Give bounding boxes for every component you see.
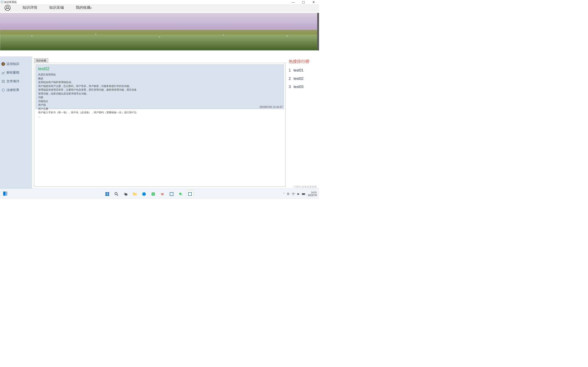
widgets-icon[interactable]	[3, 192, 7, 196]
chevron-down-icon: ▾	[90, 7, 92, 9]
app-blue1-icon[interactable]	[168, 191, 175, 198]
book-icon	[1, 80, 5, 83]
start-icon[interactable]	[104, 191, 111, 198]
favorites-panel: test02 风景区管理系统 概述 该系统由用户端和管理端组成。 用户端提供用户…	[34, 63, 285, 187]
close-button[interactable]: ✕	[311, 1, 316, 4]
explorer-icon[interactable]	[131, 191, 138, 198]
nav-item-label: 我的收藏	[76, 6, 90, 9]
article-card[interactable]: test02 风景区管理系统 概述 该系统由用户端和管理端组成。 用户端提供用户…	[36, 65, 284, 109]
article-body: 风景区管理系统 概述 该系统由用户端和管理端组成。 用户端提供用户注册，忘记密码…	[38, 73, 281, 118]
svg-rect-11	[125, 194, 127, 195]
ime-indicator[interactable]: 英	[287, 192, 289, 196]
window-controls: — ▢ ✕	[291, 1, 318, 4]
content-area: 我的收藏 test02 风景区管理系统 概述 该系统由用户端和管理端组成。 用户…	[32, 56, 287, 189]
wifi-icon[interactable]	[292, 192, 295, 196]
main-area: ⛹ 运动知识 财经要闻 文学海洋 法律世界 我的收藏	[0, 56, 319, 189]
svg-text:W: W	[161, 193, 164, 196]
app-green-icon[interactable]: Q	[150, 191, 157, 198]
article-title: test02	[38, 67, 281, 71]
svg-point-8	[115, 192, 117, 195]
rail-label: test01	[294, 68, 304, 73]
battery-icon[interactable]	[302, 192, 305, 196]
search-icon[interactable]	[113, 191, 120, 198]
app-icon	[1, 1, 3, 3]
hot-search-rail: 热搜排行榜 1 test01 2 test02 3 test03	[287, 56, 318, 189]
wechat-icon[interactable]	[177, 191, 184, 198]
volume-icon[interactable]	[297, 192, 300, 196]
svg-rect-1	[2, 80, 4, 83]
svg-rect-6	[105, 194, 107, 196]
rail-item-1[interactable]: 1 test01	[289, 68, 316, 73]
svg-rect-25	[305, 194, 305, 194]
window-titlebar: 知识库系统 — ▢ ✕	[0, 0, 319, 4]
svg-rect-26	[302, 194, 304, 194]
rail-rank: 2	[289, 77, 291, 81]
minimize-button[interactable]: —	[291, 1, 296, 4]
taskbar-right: ˄ 英 14:31 2023/7/9	[283, 191, 319, 197]
tab-label: 我的收藏	[36, 59, 46, 62]
shield-icon	[1, 88, 5, 92]
svg-rect-13	[133, 193, 135, 193]
nav-item-label: 知识采编	[49, 6, 64, 9]
sidebar-item-sport[interactable]: ⛹ 运动知识	[0, 60, 32, 68]
svg-rect-5	[107, 192, 109, 194]
nav-item-label: 知识详情	[23, 6, 37, 9]
sidebar-item-law[interactable]: 法律世界	[0, 86, 32, 94]
taskbar-center: Q W	[14, 191, 283, 198]
nav-knowledge-edit[interactable]: 知识采编	[49, 5, 64, 10]
tray-chevron-icon[interactable]: ˄	[283, 192, 285, 195]
clock[interactable]: 14:31 2023/7/9	[308, 191, 317, 197]
taskview-icon[interactable]	[122, 191, 129, 198]
article-timestamp: 2023/07/01 21:41:07	[259, 106, 283, 108]
profile-icon[interactable]	[5, 5, 10, 11]
window-title: 知识库系统	[4, 0, 17, 4]
rail-title: 热搜排行榜	[289, 59, 316, 64]
tab-favorites[interactable]: 我的收藏	[34, 58, 48, 63]
svg-rect-7	[107, 194, 109, 196]
svg-point-22	[293, 194, 294, 195]
tab-bar: 我的收藏	[34, 58, 285, 63]
edge-icon[interactable]	[141, 191, 147, 198]
top-nav: 知识详情 知识采编 我的收藏▾	[0, 4, 319, 11]
watermark: CSDN @未必温柔呢	[294, 185, 317, 189]
sidebar-item-label: 法律世界	[6, 88, 19, 92]
rail-label: test03	[294, 85, 304, 89]
rail-label: test02	[294, 77, 304, 81]
svg-rect-21	[188, 192, 191, 196]
sidebar-item-label: 财经要闻	[6, 71, 19, 75]
sidebar-item-label: 文学海洋	[6, 79, 19, 83]
sidebar-item-finance[interactable]: 财经要闻	[0, 68, 32, 77]
sidebar-item-literature[interactable]: 文学海洋	[0, 77, 32, 86]
app-current-icon[interactable]	[187, 191, 193, 198]
banner-image	[0, 11, 319, 50]
spacer	[0, 50, 319, 56]
svg-rect-18	[170, 192, 173, 196]
chart-icon	[1, 71, 5, 75]
sidebar-item-label: 运动知识	[6, 62, 19, 66]
svg-text:Q: Q	[152, 193, 154, 195]
category-sidebar: ⛹ 运动知识 财经要闻 文学海洋 法律世界	[0, 56, 32, 189]
rail-item-2[interactable]: 2 test02	[289, 77, 316, 81]
clock-date: 2023/7/9	[308, 194, 317, 197]
svg-line-9	[117, 194, 118, 196]
rail-item-3[interactable]: 3 test03	[289, 85, 316, 89]
rail-rank: 1	[289, 68, 291, 73]
svg-marker-23	[297, 193, 299, 195]
sport-icon: ⛹	[1, 62, 5, 66]
rail-rank: 3	[289, 85, 291, 89]
svg-rect-12	[133, 193, 137, 195]
svg-point-20	[181, 194, 182, 195]
svg-rect-4	[105, 192, 107, 194]
nav-knowledge-detail[interactable]: 知识详情	[23, 5, 37, 10]
windows-taskbar: Q W ˄ 英 14:31 2023	[0, 189, 319, 199]
taskbar-left	[0, 192, 14, 197]
maximize-button[interactable]: ▢	[301, 1, 306, 4]
clock-time: 14:31	[308, 191, 317, 194]
nav-my-favorites[interactable]: 我的收藏▾	[76, 5, 92, 10]
wps-icon[interactable]: W	[159, 191, 166, 198]
